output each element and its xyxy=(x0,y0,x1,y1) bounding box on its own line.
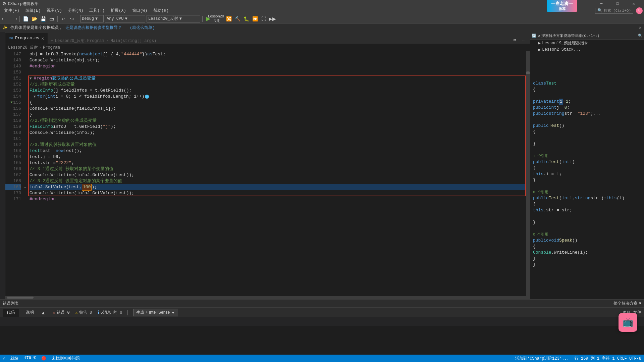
warning-count-box: ⚠ 警告 0 xyxy=(75,310,92,315)
fn-test1: Test xyxy=(549,123,559,129)
menu-edit[interactable]: 编辑(E) xyxy=(23,7,44,14)
tree-item-lesson2[interactable]: ▶ Lesson2_Stack... xyxy=(530,46,644,53)
tree-item-lesson19[interactable]: ▶ Lesson19_预处理器指令 xyxy=(530,40,644,46)
kw-new2: new xyxy=(56,148,63,154)
truncate-hint: ... xyxy=(593,111,601,117)
horizontal-scrollbar[interactable] xyxy=(5,296,530,299)
code-preview-right[interactable]: class Test { private int i = 1 ; xyxy=(530,79,644,299)
bili-tv-icon[interactable]: 📺 xyxy=(619,313,637,332)
tab-program-cs[interactable]: C# Program.cs ✕ xyxy=(5,33,48,44)
error-panel: 错误列表 整个解决方案 ▼ 代码 说明 ▲ ✕ 错误 0 ⚠ 警告 0 ℹ 6消… xyxy=(0,299,644,326)
kw-public4: public xyxy=(533,159,549,165)
debug2-button[interactable]: 🐛 xyxy=(243,15,250,22)
restore-button[interactable]: □ xyxy=(610,0,625,7)
cpu-dropdown[interactable]: Any CPU ▼ xyxy=(105,15,145,22)
sync-icon[interactable]: 🔄 xyxy=(532,34,536,38)
ai-close-button[interactable]: ✕ xyxy=(639,25,641,30)
bp-button[interactable]: ⛶ xyxy=(260,15,267,22)
ref2-text: 0 个引用 xyxy=(533,189,548,195)
menu-analyze[interactable]: 分析(N) xyxy=(65,7,86,14)
ready-label: 就绪 xyxy=(10,356,18,361)
code-line-162: //3.通过反射获取和设置对象的值 xyxy=(30,142,530,148)
code-content[interactable]: obj = info3.Invoke(new object[] { 4, "44… xyxy=(24,51,530,296)
ai-link2[interactable]: (就这么简单) xyxy=(130,25,155,31)
num-0: 0 xyxy=(565,105,567,111)
tab-cs-icon: C# xyxy=(9,36,13,40)
param-str: str ): xyxy=(591,195,606,201)
kw-object: object xyxy=(87,51,103,57)
new-file-button[interactable]: 📄 xyxy=(22,15,29,22)
debug3-button[interactable]: ⏩ xyxy=(251,15,259,22)
filter-icon[interactable]: ⚙ xyxy=(538,34,540,38)
vertical-scrollbar[interactable] xyxy=(526,51,530,296)
split-editor-button[interactable]: ⧉ xyxy=(511,36,519,44)
menu-tools[interactable]: 工具(T) xyxy=(87,7,107,14)
ready-icon: ✔ xyxy=(3,356,5,361)
solution-search-icon[interactable]: 🔍 xyxy=(638,34,643,38)
code-153c: [] fieldInfos = t.GetFields(); xyxy=(53,88,131,94)
more-tabs-button[interactable]: … xyxy=(520,36,527,44)
code-line-165: test.str = "2222"; xyxy=(30,160,530,166)
region-collapse[interactable]: ▼ xyxy=(30,75,32,82)
build-button[interactable]: 🔨 xyxy=(234,15,241,22)
semi: ; xyxy=(567,105,570,111)
save-all-button[interactable]: 🗃 xyxy=(48,15,55,22)
error-count-box: ✕ 错误 0 xyxy=(53,310,70,315)
minimize-button[interactable]: ─ xyxy=(594,0,609,7)
kw-as: as xyxy=(147,51,153,57)
zoom-level: 170 % xyxy=(24,356,36,361)
back-button[interactable]: ⟵ xyxy=(1,15,9,22)
code-159e: ); xyxy=(111,124,116,130)
search-box[interactable]: 🔍 搜索 (Ctrl+Q) xyxy=(595,8,633,14)
chevron-right-icon: ▶ xyxy=(538,41,541,46)
code-editor[interactable]: 147 148 149 150 151 152 153 154 ▼155 156… xyxy=(5,51,530,296)
error-tab-code[interactable]: 代码 xyxy=(3,309,19,317)
open-button[interactable]: 📂 xyxy=(31,15,38,22)
solution-filter[interactable]: 整个解决方案 ▼ xyxy=(613,301,641,306)
code-line-148: Console.WriteLine(obj.str); xyxy=(30,57,530,63)
solution-header-icons: 🔄 ⚙ xyxy=(532,34,540,38)
project-dropdown[interactable]: Lesson20_反射 ▼ xyxy=(147,15,200,22)
h-scroll-thumb[interactable] xyxy=(7,297,34,299)
menu-window[interactable]: 窗口(W) xyxy=(129,7,150,14)
menu-file[interactable]: 文件(F) xyxy=(1,7,22,14)
code-170: Console.WriteLine(infoJ.GetValue(test)); xyxy=(30,190,134,196)
ai-link1[interactable]: 还是说也会根据传参类型推导？ xyxy=(65,25,122,31)
save-button[interactable]: 💾 xyxy=(39,15,47,22)
menu-help[interactable]: 帮助(H) xyxy=(151,7,171,14)
message-count-box: ℹ 6消息 的 0 xyxy=(98,310,122,315)
sort-button[interactable]: ▲ xyxy=(41,310,46,315)
menu-extensions[interactable]: 扩展(X) xyxy=(108,7,129,14)
kw-string: string xyxy=(549,111,565,117)
more-button[interactable]: ▶▶ xyxy=(269,15,276,22)
code-text5: Test; xyxy=(153,51,166,57)
build-intellisense-button[interactable]: 生成 + IntelliSense ▼ xyxy=(133,309,178,316)
pen-icon: ✏ xyxy=(24,184,26,190)
error-tab-description[interactable]: 说明 xyxy=(22,309,38,317)
window-controls[interactable]: ─ □ ✕ xyxy=(594,0,641,7)
undo-button[interactable]: ↩ xyxy=(60,15,67,22)
tab-actions: ⧉ … xyxy=(508,36,530,44)
for-collapse[interactable]: ▼ xyxy=(34,94,36,100)
right-blank2 xyxy=(533,117,641,123)
fn-test2: Test xyxy=(549,159,559,165)
run-name-button[interactable]: Lesson20_反射 xyxy=(213,15,221,22)
right-ref3: 0 个引用 xyxy=(533,231,641,238)
kw-public3: public xyxy=(533,123,549,129)
debug-mode-chevron: ▼ xyxy=(95,16,98,21)
scroll-thumb[interactable] xyxy=(526,71,530,74)
git-button[interactable]: 🔀 xyxy=(225,15,232,22)
desc-tab-label: 说明 xyxy=(26,310,34,315)
right-close-brace4: } xyxy=(533,219,641,225)
debug-mode-dropdown[interactable]: Debug ▼ xyxy=(80,15,104,22)
code-169b: infoJ.SetValue(test, xyxy=(30,184,82,190)
close-button[interactable]: ✕ xyxy=(626,0,641,7)
tree-label-lesson2: Lesson2_Stack... xyxy=(542,47,581,52)
redo-button[interactable]: ↪ xyxy=(68,15,76,22)
tab-close-button[interactable]: ✕ xyxy=(41,36,44,41)
forward-button[interactable]: ⟶ xyxy=(10,15,17,22)
menu-view[interactable]: 视图(V) xyxy=(44,7,65,14)
code-164: test.j = 99; xyxy=(30,154,61,160)
debug-mode-label: Debug xyxy=(82,16,94,21)
code-line-156: Console.WriteLine(fieldInfos[i]); xyxy=(30,106,530,112)
